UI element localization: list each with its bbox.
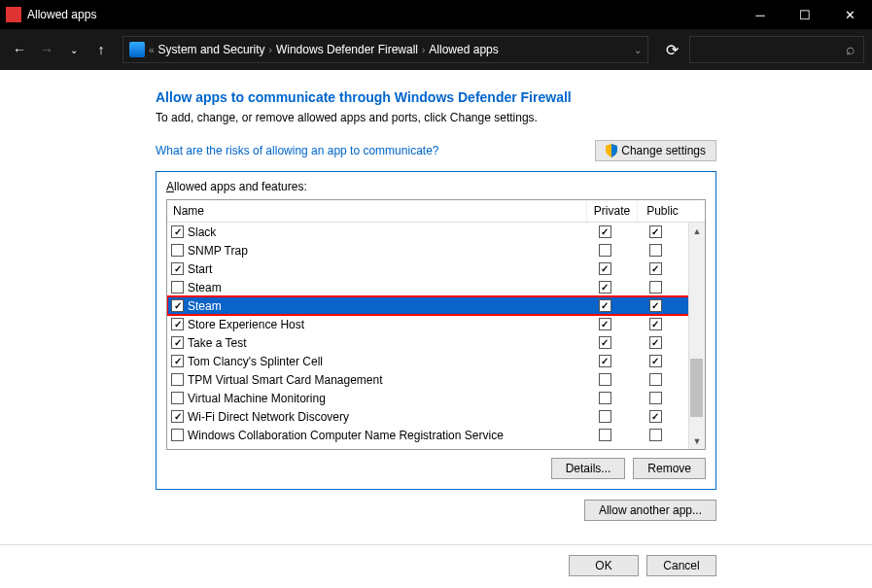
- public-checkbox[interactable]: [649, 318, 662, 330]
- minimize-button[interactable]: ─: [738, 0, 783, 29]
- public-checkbox[interactable]: [649, 392, 662, 404]
- chevron-icon: ›: [422, 45, 425, 55]
- enable-checkbox[interactable]: [171, 262, 184, 275]
- titlebar: Allowed apps ─ ☐ ✕: [0, 0, 872, 29]
- app-name: TPM Virtual Smart Card Management: [188, 373, 383, 387]
- private-checkbox[interactable]: [599, 429, 611, 441]
- public-checkbox[interactable]: [649, 281, 662, 294]
- change-settings-button[interactable]: Change settings: [595, 140, 716, 161]
- public-checkbox[interactable]: [649, 225, 662, 238]
- details-button[interactable]: Details...: [551, 458, 626, 479]
- col-private[interactable]: Private: [586, 200, 637, 222]
- enable-checkbox[interactable]: [171, 299, 184, 312]
- app-name: Slack: [188, 225, 216, 239]
- table-row[interactable]: Start: [167, 259, 705, 278]
- allow-another-app-button[interactable]: Allow another app...: [584, 500, 716, 521]
- col-public[interactable]: Public: [637, 200, 687, 222]
- breadcrumb[interactable]: « System and Security › Windows Defender…: [122, 36, 648, 63]
- change-settings-label: Change settings: [621, 144, 706, 157]
- enable-checkbox[interactable]: [171, 355, 184, 367]
- table-row[interactable]: Steam: [167, 278, 705, 296]
- private-checkbox[interactable]: [599, 336, 611, 349]
- private-checkbox[interactable]: [599, 410, 611, 423]
- up-button[interactable]: ↑: [89, 38, 113, 61]
- ok-button[interactable]: OK: [569, 555, 639, 576]
- forward-button[interactable]: →: [35, 38, 58, 61]
- table-row[interactable]: Steam: [167, 296, 705, 315]
- public-checkbox[interactable]: [649, 373, 662, 386]
- close-button[interactable]: ✕: [827, 0, 872, 29]
- allowed-apps-group: Allowed apps and features: Name Private …: [156, 171, 716, 490]
- app-name: Wi-Fi Direct Network Discovery: [188, 410, 349, 424]
- app-name: Take a Test: [188, 336, 246, 350]
- public-checkbox[interactable]: [649, 355, 662, 367]
- app-icon: [6, 7, 21, 22]
- enable-checkbox[interactable]: [171, 281, 184, 294]
- footer: OK Cancel: [0, 544, 872, 576]
- table-row[interactable]: Slack: [167, 223, 705, 241]
- table-row[interactable]: Tom Clancy's Splinter Cell: [167, 352, 705, 370]
- public-checkbox[interactable]: [649, 336, 662, 349]
- enable-checkbox[interactable]: [171, 429, 184, 441]
- public-checkbox[interactable]: [649, 244, 662, 257]
- recent-dropdown[interactable]: ⌄: [62, 38, 86, 61]
- enable-checkbox[interactable]: [171, 244, 184, 257]
- public-checkbox[interactable]: [649, 299, 662, 312]
- enable-checkbox[interactable]: [171, 373, 184, 386]
- page-subtext: To add, change, or remove allowed apps a…: [156, 111, 716, 124]
- table-row[interactable]: SNMP Trap: [167, 241, 705, 259]
- page-heading: Allow apps to communicate through Window…: [156, 89, 716, 105]
- scroll-thumb[interactable]: [690, 359, 703, 417]
- search-input[interactable]: ⌕: [689, 36, 864, 63]
- private-checkbox[interactable]: [599, 373, 611, 386]
- scrollbar[interactable]: ▲ ▼: [688, 223, 705, 449]
- remove-button[interactable]: Remove: [633, 458, 706, 479]
- cancel-button[interactable]: Cancel: [646, 555, 716, 576]
- private-checkbox[interactable]: [599, 299, 611, 312]
- public-checkbox[interactable]: [649, 410, 662, 423]
- scroll-up-icon[interactable]: ▲: [689, 223, 705, 239]
- private-checkbox[interactable]: [599, 225, 611, 238]
- app-name: Virtual Machine Monitoring: [188, 392, 326, 405]
- table-row[interactable]: TPM Virtual Smart Card Management: [167, 370, 705, 389]
- table-row[interactable]: Virtual Machine Monitoring: [167, 389, 705, 407]
- enable-checkbox[interactable]: [171, 392, 184, 404]
- private-checkbox[interactable]: [599, 355, 611, 367]
- maximize-button[interactable]: ☐: [783, 0, 827, 29]
- app-name: Windows Collaboration Computer Name Regi…: [188, 429, 504, 442]
- private-checkbox[interactable]: [599, 318, 611, 330]
- shield-icon: [606, 144, 617, 157]
- control-panel-icon: [129, 42, 145, 57]
- app-name: Steam: [188, 299, 222, 313]
- private-checkbox[interactable]: [599, 392, 611, 404]
- refresh-button[interactable]: ⟳: [658, 36, 685, 63]
- breadcrumb-item[interactable]: Allowed apps: [429, 43, 498, 56]
- chevron-icon: ›: [269, 45, 272, 55]
- enable-checkbox[interactable]: [171, 318, 184, 330]
- public-checkbox[interactable]: [649, 262, 662, 275]
- window-title: Allowed apps: [27, 8, 738, 21]
- private-checkbox[interactable]: [599, 281, 611, 294]
- enable-checkbox[interactable]: [171, 225, 184, 238]
- public-checkbox[interactable]: [649, 429, 662, 441]
- table-row[interactable]: Windows Collaboration Computer Name Regi…: [167, 426, 705, 444]
- private-checkbox[interactable]: [599, 262, 611, 275]
- chevron-icon: «: [149, 45, 155, 55]
- scroll-down-icon[interactable]: ▼: [689, 432, 705, 449]
- app-name: Store Experience Host: [188, 318, 304, 331]
- table-row[interactable]: Store Experience Host: [167, 315, 705, 333]
- col-name[interactable]: Name: [167, 200, 586, 222]
- enable-checkbox[interactable]: [171, 410, 184, 423]
- dropdown-icon[interactable]: ⌄: [634, 45, 642, 55]
- table-header: Name Private Public: [167, 200, 705, 223]
- table-row[interactable]: Take a Test: [167, 333, 705, 352]
- search-icon: ⌕: [846, 41, 855, 58]
- enable-checkbox[interactable]: [171, 336, 184, 349]
- private-checkbox[interactable]: [599, 244, 611, 257]
- table-row[interactable]: Wi-Fi Direct Network Discovery: [167, 407, 705, 426]
- breadcrumb-item[interactable]: Windows Defender Firewall: [276, 43, 418, 56]
- navbar: ← → ⌄ ↑ « System and Security › Windows …: [0, 29, 872, 70]
- back-button[interactable]: ←: [8, 38, 31, 61]
- breadcrumb-item[interactable]: System and Security: [158, 43, 265, 56]
- risk-link[interactable]: What are the risks of allowing an app to…: [156, 144, 438, 157]
